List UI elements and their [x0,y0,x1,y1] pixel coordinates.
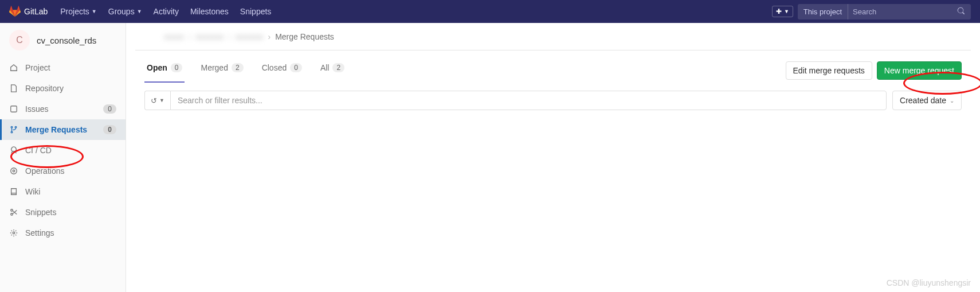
tab-open[interactable]: Open0 [144,59,185,83]
top-nav: GitLab Projects▼ Groups▼ Activity Milest… [0,0,980,23]
sidebar-item-cicd[interactable]: CI / CD [0,140,126,161]
main-content: xxxxx › xxxxxxx › xxxxxxx › Merge Reques… [126,23,980,118]
watermark: CSDN @liuyunshengsir [887,278,971,287]
nav-groups[interactable]: Groups▼ [103,0,148,23]
project-header[interactable]: C cv_console_rds [0,23,126,57]
svg-point-6 [11,209,13,212]
sidebar-item-settings[interactable]: Settings [0,223,126,243]
search-input[interactable] [848,4,951,20]
merge-icon [9,126,18,134]
nav-projects[interactable]: Projects▼ [54,0,103,23]
svg-point-8 [13,232,15,234]
brand-text: GitLab [24,7,48,16]
svg-point-4 [11,168,17,174]
plus-icon: ✚ [776,7,782,15]
tab-merged[interactable]: Merged2 [198,59,245,83]
project-name: cv_console_rds [37,36,96,45]
gear-icon [9,229,18,237]
search-scope[interactable]: This project [798,4,848,20]
sidebar-item-repository[interactable]: Repository [0,78,126,99]
tanuki-icon [9,6,21,17]
chevron-down-icon: ▼ [159,98,164,103]
svg-point-1 [11,126,13,128]
sidebar-item-project[interactable]: Project [0,57,126,78]
history-icon: ↺ [151,96,157,105]
operations-icon [9,167,18,175]
rocket-icon [9,146,18,154]
chevron-down-icon: ▼ [137,9,142,14]
sidebar-item-wiki[interactable]: Wiki [0,181,126,202]
mr-count: 0 [103,125,116,134]
nav-milestones[interactable]: Milestones [185,0,234,23]
breadcrumb-blurred[interactable]: xxxxx › xxxxxxx › xxxxxxx [164,32,263,41]
search-container [848,4,971,20]
sidebar: C cv_console_rds Project Repository Issu… [0,23,126,292]
sort-dropdown[interactable]: Created date⌄ [892,91,962,110]
scissors-icon [9,208,18,216]
file-icon [9,84,18,92]
history-dropdown[interactable]: ↺▼ [144,91,170,110]
sidebar-item-snippets[interactable]: Snippets [0,202,126,223]
chevron-down-icon: ⌄ [950,98,954,104]
chevron-down-icon: ▼ [92,9,97,14]
nav-activity[interactable]: Activity [148,0,185,23]
home-icon [9,64,18,72]
book-icon [9,188,18,196]
chevron-down-icon: ▼ [784,9,789,14]
svg-point-7 [11,213,13,216]
svg-point-3 [15,126,17,128]
gitlab-logo[interactable]: GitLab [9,6,48,17]
tab-closed[interactable]: Closed0 [260,59,304,83]
search-icon[interactable] [951,7,971,17]
new-merge-request-button[interactable]: New merge request [877,61,962,80]
issues-count: 0 [103,104,116,114]
svg-rect-0 [11,106,17,112]
sidebar-item-merge-requests[interactable]: Merge Requests 0 [0,119,126,140]
edit-merge-requests-button[interactable]: Edit merge requests [786,61,872,80]
sidebar-item-issues[interactable]: Issues 0 [0,99,126,119]
tabs-row: Open0 Merged2 Closed0 All2 Edit merge re… [135,50,971,83]
issues-icon [9,105,18,113]
tab-all[interactable]: All2 [318,59,347,83]
svg-point-5 [13,170,15,172]
new-dropdown[interactable]: ✚ ▼ [772,6,793,17]
filter-row: ↺▼ Created date⌄ [135,83,971,118]
sidebar-item-operations[interactable]: Operations [0,161,126,181]
breadcrumb: xxxxx › xxxxxxx › xxxxxxx › Merge Reques… [135,23,971,50]
project-avatar: C [9,30,30,50]
svg-point-2 [11,131,13,133]
breadcrumb-current: Merge Requests [275,32,334,41]
nav-snippets[interactable]: Snippets [234,0,277,23]
filter-input[interactable] [170,91,887,110]
